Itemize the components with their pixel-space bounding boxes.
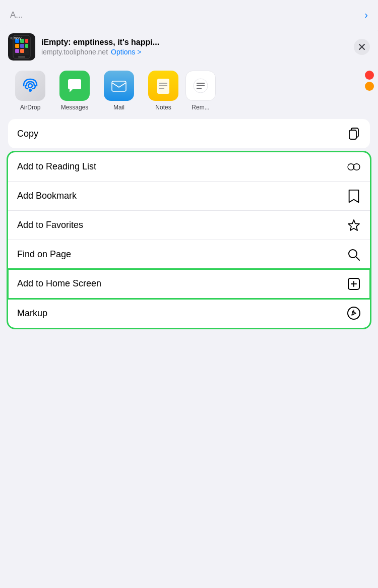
share-app-icon: iEmpty bbox=[8, 33, 35, 61]
app-messages[interactable]: Messages bbox=[52, 71, 97, 111]
svg-point-12 bbox=[28, 84, 32, 88]
add-home-screen-button[interactable]: Add to Home Screen bbox=[8, 269, 370, 299]
svg-rect-14 bbox=[112, 81, 126, 91]
search-icon bbox=[347, 248, 361, 262]
markup-icon bbox=[347, 306, 361, 320]
share-sheet: iEmpty iEmpty: emptiness, it's happi... … bbox=[0, 25, 378, 588]
find-on-page-button[interactable]: Find on Page bbox=[8, 240, 370, 269]
svg-rect-9 bbox=[20, 49, 24, 53]
mail-icon bbox=[104, 71, 134, 101]
browser-forward-icon[interactable]: › bbox=[364, 9, 368, 21]
svg-line-29 bbox=[356, 257, 360, 260]
add-home-screen-label: Add to Home Screen bbox=[17, 278, 101, 289]
reading-list-icon bbox=[347, 160, 361, 174]
reminders-icon bbox=[185, 71, 216, 101]
app-notes[interactable]: Notes bbox=[141, 71, 185, 111]
find-on-page-label: Find on Page bbox=[17, 249, 71, 260]
svg-rect-10 bbox=[18, 56, 25, 57]
reminders-label: Rem... bbox=[192, 104, 209, 111]
airdrop-label: AirDrop bbox=[20, 104, 41, 111]
copy-button[interactable]: Copy bbox=[8, 119, 370, 148]
notes-label: Notes bbox=[155, 104, 171, 111]
actions-list: Copy Add to Reading List bbox=[0, 119, 378, 588]
copy-label: Copy bbox=[17, 129, 38, 139]
status-dots bbox=[361, 67, 378, 95]
apps-row: AirDrop Messages Mail bbox=[0, 67, 378, 119]
notes-icon bbox=[148, 71, 178, 101]
add-favorites-button[interactable]: Add to Favorites bbox=[8, 211, 370, 240]
share-close-button[interactable] bbox=[354, 39, 370, 55]
star-icon bbox=[347, 218, 361, 232]
mail-label: Mail bbox=[113, 104, 124, 111]
add-reading-list-label: Add to Reading List bbox=[17, 161, 96, 172]
add-reading-list-button[interactable]: Add to Reading List bbox=[8, 152, 370, 182]
markup-label: Markup bbox=[17, 308, 47, 319]
share-options-button[interactable]: Options > bbox=[111, 48, 141, 56]
svg-text:iEmpty: iEmpty bbox=[11, 36, 22, 40]
svg-point-13 bbox=[29, 89, 32, 92]
svg-rect-8 bbox=[15, 49, 19, 53]
add-home-screen-icon bbox=[347, 277, 361, 291]
svg-rect-25 bbox=[349, 130, 356, 139]
app-airdrop[interactable]: AirDrop bbox=[8, 71, 52, 111]
share-url: iempty.tooliphone.net bbox=[41, 48, 108, 56]
svg-rect-4 bbox=[25, 39, 28, 43]
app-mail[interactable]: Mail bbox=[97, 71, 141, 111]
orange-dot bbox=[365, 82, 374, 91]
bookmark-icon bbox=[347, 189, 361, 203]
browser-actions-group: Add to Reading List Add Bookmark Ad bbox=[8, 152, 370, 328]
svg-rect-5 bbox=[15, 44, 19, 48]
messages-icon bbox=[59, 71, 90, 101]
add-bookmark-label: Add Bookmark bbox=[17, 191, 77, 201]
airdrop-icon bbox=[15, 71, 45, 101]
messages-label: Messages bbox=[61, 104, 89, 111]
copy-icon bbox=[347, 127, 361, 141]
app-reminders[interactable]: Rem... bbox=[185, 71, 216, 111]
svg-rect-6 bbox=[20, 44, 24, 48]
add-favorites-label: Add to Favorites bbox=[17, 220, 83, 230]
browser-bar-title: A... bbox=[10, 10, 23, 20]
svg-point-28 bbox=[349, 250, 357, 258]
markup-button[interactable]: Markup bbox=[8, 299, 370, 328]
share-header: iEmpty iEmpty: emptiness, it's happi... … bbox=[0, 25, 378, 67]
svg-rect-15 bbox=[157, 79, 169, 94]
red-dot bbox=[365, 71, 374, 80]
add-bookmark-button[interactable]: Add Bookmark bbox=[8, 182, 370, 211]
share-title: iEmpty: emptiness, it's happi... bbox=[41, 38, 348, 47]
share-header-text: iEmpty: emptiness, it's happi... iempty.… bbox=[41, 38, 348, 56]
svg-rect-7 bbox=[25, 44, 28, 48]
copy-group: Copy bbox=[8, 119, 370, 148]
